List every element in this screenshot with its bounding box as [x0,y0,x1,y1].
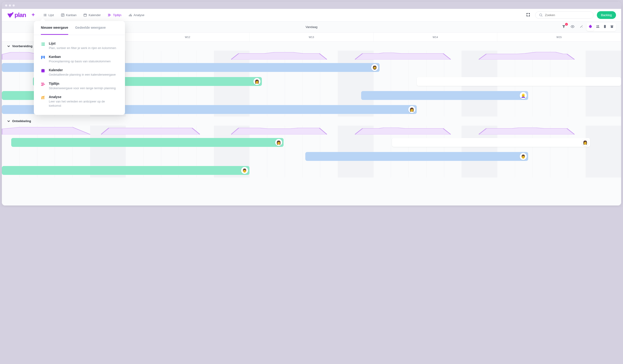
list-icon [41,42,45,50]
brand-name: plan [15,11,26,19]
tab-kanban[interactable]: Kanban [58,12,79,19]
avatar[interactable]: 👨 [241,167,248,174]
tab-lijst[interactable]: Lijst [40,12,57,19]
chevron-down-icon [7,44,10,48]
filter-button[interactable]: 1 [560,23,567,31]
expand-icon [526,13,530,17]
avatar[interactable]: 👩 [408,106,415,113]
group-header-ontwikkeling[interactable]: Ontwikkeling [2,116,621,126]
logo-icon [7,12,14,19]
archive-button[interactable] [608,23,616,31]
svg-point-5 [598,25,599,26]
kanban-icon [41,55,45,64]
capacity-shape [231,52,327,60]
svg-rect-6 [604,25,606,28]
dropdown-item-kalender[interactable]: Kalender Gedetailleerde planning in een … [41,66,118,79]
archive-icon [610,25,614,28]
new-view-dropdown: Nieuwe weergave Gedeelde weergave Lijst … [34,21,125,115]
task-bar[interactable]: 👨 [2,166,249,175]
svg-rect-1 [84,14,87,16]
dropdown-item-desc: Gedetailleerde planning in een kalenderw… [49,73,118,77]
dropdown-item-title: Analyse [49,95,118,99]
avatar[interactable]: 👱‍♀️ [520,92,527,99]
capacity-shape [355,52,451,60]
task-bar[interactable]: 👱‍♀️ [361,91,528,100]
capacity-shape [479,127,575,134]
dropdown-item-title: Kalender [49,68,118,72]
team-button[interactable] [594,23,601,31]
brand-logo[interactable]: plan [7,11,26,19]
dropdown-item-desc: Procesplanning op basis van statuskolomm… [49,59,118,64]
tab-label: Analyse [134,13,144,17]
capacity-shape [2,127,90,134]
group-label: Ontwikkeling [12,119,31,123]
calendar-icon [83,13,87,17]
search-icon [539,13,543,17]
filter-badge: 1 [565,23,568,26]
dropdown-item-desc: Plan, sorteer en filter je werk in rijen… [49,46,118,50]
settings-button[interactable] [578,23,585,31]
timeline-icon [108,13,111,17]
dropdown-tabs: Nieuwe weergave Gedeelde weergave [34,21,125,35]
avatar[interactable]: 🧔 [371,64,378,71]
avatar[interactable]: 👩 [253,78,261,85]
group-label: Voorbereiding [12,44,32,48]
svg-rect-12 [42,69,43,70]
plus-icon [32,13,35,16]
today-label[interactable]: Vandaag [306,25,317,29]
avatar[interactable]: 👩 [582,139,589,146]
timeline-lane: 👩 👩 [2,135,621,150]
search-input[interactable] [545,13,590,17]
task-bar[interactable]: 👩 [11,138,284,147]
chart-icon [41,95,45,108]
tab-tijdlijn[interactable]: Tijdlijn [105,12,124,19]
tab-kalender[interactable]: Kalender [81,12,104,19]
chart-icon [129,13,132,17]
filter-icon [562,25,566,28]
capacity-shape [355,127,451,134]
chevron-down-icon [7,120,10,123]
avatar[interactable]: 👨 [520,153,527,160]
window-control-dot[interactable] [5,4,7,6]
timeline-lane: 👨 [2,150,621,163]
view-tabs: Lijst Kanban Kalender Tijdlijn Analyse [40,12,147,19]
dropdown-item-tijdlijn[interactable]: Tijdlijn Strokenweergave voor een lange … [41,79,118,93]
svg-rect-9 [44,56,45,59]
dropdown-tab-nieuwe[interactable]: Nieuwe weergave [41,21,68,35]
svg-point-4 [597,25,598,26]
week-label: W12 [126,33,249,41]
search-box[interactable] [535,11,594,19]
dropdown-item-title: Tijdlijn [49,82,118,86]
add-view-button[interactable] [29,11,37,19]
calendar-icon [41,68,45,77]
window-control-dot[interactable] [9,4,11,6]
dropdown-item-lijst[interactable]: Lijst Plan, sorteer en filter je werk in… [41,39,118,53]
capacity-shape [479,52,575,60]
fullscreen-button[interactable] [524,11,532,19]
toolbar-right: 1 [560,23,616,31]
task-bar[interactable]: 👨 [305,152,528,161]
visibility-button[interactable] [569,23,576,31]
dropdown-items: Lijst Plan, sorteer en filter je werk in… [34,35,125,110]
window-control-dot[interactable] [13,4,15,6]
tab-analyse[interactable]: Analyse [126,12,147,19]
dropdown-item-kanban[interactable]: Kanban Procesplanning op basis van statu… [41,53,118,66]
dropdown-item-desc: Leer van het verleden en anticipeer op d… [49,100,118,108]
week-label: W15 [497,33,621,41]
dropdown-item-desc: Strokenweergave voor een lange termijn p… [49,86,118,90]
dropdown-item-analyse[interactable]: Analyse Leer van het verleden en anticip… [41,93,118,110]
stage-button[interactable] [601,23,608,31]
puzzle-button[interactable] [587,23,594,31]
users-icon [596,25,600,28]
svg-rect-7 [41,56,42,59]
timeline-lane: 👨 [2,163,621,177]
task-bar[interactable] [417,77,621,86]
view-options-group [586,23,616,31]
capacity-row [2,126,621,135]
dropdown-tab-gedeelde[interactable]: Gedeelde weergave [75,21,106,35]
backlog-button[interactable]: Backlog [597,11,616,19]
avatar[interactable]: 👩 [275,139,282,146]
eye-icon [571,25,574,28]
task-bar[interactable]: 👩 [392,138,590,147]
list-icon [43,13,47,17]
